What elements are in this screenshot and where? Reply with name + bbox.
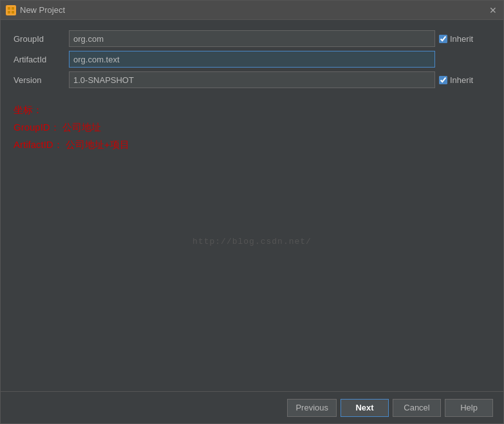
artifact-id-label: ArtifactId [14,55,65,64]
group-id-inherit-checkbox[interactable] [439,35,447,43]
group-id-input[interactable] [69,30,435,47]
next-button[interactable]: Next [341,399,389,417]
content-area: GroupId Inherit ArtifactId Version Inher… [1,20,503,391]
close-button[interactable]: ✕ [488,5,498,15]
version-label: Version [14,75,65,85]
previous-button[interactable]: Previous [287,399,337,417]
version-inherit-checkbox-label[interactable]: Inherit [439,75,490,85]
annotation-line2: GroupID： 公司地址 [14,118,490,136]
help-button[interactable]: Help [445,399,493,417]
window-icon [6,5,16,15]
version-input[interactable] [69,71,435,88]
svg-rect-1 [12,7,14,10]
version-inherit-checkbox[interactable] [439,76,447,84]
group-id-inherit-checkbox-label[interactable]: Inherit [439,34,490,44]
footer: Previous Next Cancel Help [1,391,503,423]
dialog-window: New Project ✕ GroupId Inherit ArtifactId… [0,0,504,424]
svg-rect-0 [8,7,10,10]
cancel-button[interactable]: Cancel [393,399,441,417]
group-id-label: GroupId [14,34,65,44]
window-title: New Project [20,5,488,15]
artifact-id-input[interactable] [69,51,435,68]
annotation-line3: ArtifactID： 公司地址+项目 [14,136,490,153]
title-bar: New Project ✕ [1,1,503,20]
annotation-area: 坐标： GroupID： 公司地址 ArtifactID： 公司地址+项目 ht… [14,101,490,381]
annotation-line1: 坐标： [14,101,490,118]
svg-rect-2 [8,11,10,14]
watermark-text: http://blog.csdn.net/ [192,236,312,246]
annotation-text: 坐标： GroupID： 公司地址 ArtifactID： 公司地址+项目 [14,101,490,153]
form-grid: GroupId Inherit ArtifactId Version Inher… [14,30,490,88]
svg-rect-3 [12,11,14,14]
